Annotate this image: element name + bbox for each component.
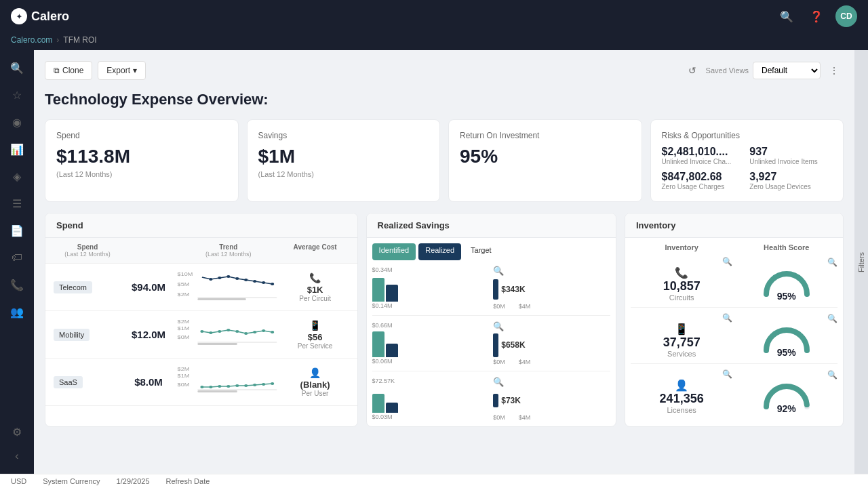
avg-sub-telecom: Per Circuit: [299, 295, 331, 302]
svg-point-10: [271, 283, 274, 285]
svg-point-31: [209, 386, 212, 388]
export-button[interactable]: Export ▾: [98, 61, 146, 80]
refresh-date-value: 1/29/2025: [117, 477, 150, 485]
savings-bars-mobility: $0.66M $0.06M: [372, 322, 490, 365]
identified-bar-telecom: [372, 278, 384, 302]
svg-text:$0M: $0M: [178, 382, 190, 388]
spend-trend-telecom: $10M $5M $2M: [176, 269, 281, 305]
risk-label-2: Zero Usage Charges: [662, 183, 745, 190]
search-nav-button[interactable]: 🔍: [776, 5, 797, 27]
realized-indicator: [425, 256, 454, 258]
breadcrumb-current: TFM ROI: [63, 35, 96, 45]
search-icon-licenses[interactable]: 🔍: [722, 369, 732, 379]
search-icon-telecom[interactable]: 🔍: [493, 266, 504, 276]
svg-point-17: [209, 331, 212, 334]
svg-point-34: [235, 384, 239, 387]
spend-table: Spend (Last 12 Months) Trend (Last 12 Mo…: [45, 238, 357, 406]
spend-amount-saas: $8.0M: [121, 376, 176, 388]
realized-savings-header: Realized Savings: [367, 214, 616, 238]
col-trend-sub: (Last 12 Months): [205, 251, 252, 258]
svg-text:$2M: $2M: [178, 319, 190, 325]
svg-point-33: [226, 385, 230, 388]
bar-top-label-saas: $72.57K: [372, 378, 490, 384]
risk-label-3: Zero Usage Devices: [749, 183, 832, 190]
svg-point-32: [218, 385, 221, 388]
page-title: Technology Expense Overview:: [45, 91, 844, 108]
svg-point-7: [244, 279, 248, 281]
sidebar-item-inventory[interactable]: ☰: [5, 191, 29, 216]
svg-point-8: [253, 280, 256, 283]
risk-item-0: $2,481,010.... Unlinked Invoice Cha...: [662, 146, 745, 165]
saas-icon: 👤: [309, 367, 321, 378]
breadcrumb-home[interactable]: Calero.com: [11, 35, 52, 45]
sidebar-item-search[interactable]: 🔍: [5, 56, 29, 80]
sidebar-item-overview[interactable]: ◉: [5, 110, 29, 134]
sidebar-item-telecom[interactable]: 📞: [5, 272, 29, 297]
search-icon-services[interactable]: 🔍: [722, 313, 732, 323]
kpi-roi-value: 95%: [460, 146, 631, 167]
col-spend-sub: (Last 12 Months): [64, 251, 111, 258]
sidebar-item-invoices[interactable]: 📄: [5, 218, 29, 243]
search-icon-health-services[interactable]: 🔍: [827, 314, 837, 323]
sidebar: 🔍 ☆ ◉ 📊 ◈ ☰ 📄 🏷 📞 👥 ⚙ ‹: [0, 50, 34, 474]
saved-views-menu-button[interactable]: ⋮: [825, 61, 844, 80]
identified-indicator: [379, 256, 410, 258]
search-icon-health-circuits[interactable]: 🔍: [827, 258, 837, 267]
realized-savings-card: Realized Savings Identified Realized: [366, 213, 616, 427]
settings-button[interactable]: ⚙: [5, 420, 29, 444]
circuits-icon: 📞: [675, 266, 688, 279]
savings-right-mobility: 🔍 $658K $0M $4M: [493, 321, 610, 365]
user-avatar[interactable]: CD: [835, 5, 857, 27]
sidebar-item-reports[interactable]: 📊: [5, 137, 29, 161]
savings-range-telecom: $0M $4M: [493, 303, 610, 310]
savings-row-telecom: $0.34M $0.14M 🔍: [372, 266, 610, 316]
svg-point-19: [226, 329, 230, 331]
bar-bottom-label-mobility: $0.06M: [372, 358, 490, 365]
col-avg-label: Average Cost: [294, 243, 337, 251]
svg-point-36: [253, 384, 256, 386]
sidebar-item-contracts[interactable]: 🏷: [5, 245, 29, 270]
savings-value-telecom: $343K: [501, 285, 525, 294]
savings-range-saas: $0M $4M: [493, 414, 610, 421]
search-icon-mobility[interactable]: 🔍: [493, 321, 504, 331]
breadcrumb-separator: ›: [56, 35, 59, 45]
help-button[interactable]: ❓: [806, 5, 827, 27]
svg-point-4: [218, 277, 221, 279]
tab-realized[interactable]: Realized: [418, 243, 461, 260]
spend-amount-mobility: $12.0M: [121, 329, 176, 340]
spend-category-telecom: Telecom: [54, 281, 121, 293]
sidebar-item-insights[interactable]: ◈: [5, 164, 29, 188]
avg-value-saas: (Blank): [300, 380, 330, 390]
inventory-row-licenses: 🔍 👤 241,356 Licenses 🔍: [631, 369, 837, 414]
risk-item-2: $847,802.68 Zero Usage Charges: [662, 171, 745, 190]
sidebar-item-users[interactable]: 👥: [5, 300, 29, 324]
logo-icon: ✦: [11, 8, 27, 24]
svg-point-20: [235, 330, 239, 333]
filter-panel[interactable]: Filters: [854, 50, 868, 474]
tab-target[interactable]: Target: [464, 243, 498, 260]
search-icon-health-licenses[interactable]: 🔍: [827, 370, 837, 380]
health-value-licenses: 92%: [777, 403, 796, 414]
table-row: SaaS $8.0M $2M $1M $0M: [45, 359, 357, 406]
clone-button[interactable]: ⧉ Clone: [45, 61, 92, 80]
svg-point-35: [244, 384, 248, 387]
kpi-savings-sub: (Last 12 Months): [258, 170, 429, 178]
category-label-telecom: Telecom: [54, 281, 92, 293]
top-navigation: ✦ Calero 🔍 ❓ CD: [0, 0, 868, 33]
main-content: ⧉ Clone Export ▾ ↺ Saved Views Default ⋮: [34, 50, 854, 474]
search-icon-saas[interactable]: 🔍: [493, 377, 504, 387]
tab-identified[interactable]: Identified: [372, 243, 416, 260]
spend-table-header: Spend (Last 12 Months) Trend (Last 12 Mo…: [45, 238, 357, 264]
saved-views-select[interactable]: Default: [753, 62, 821, 79]
svg-point-24: [271, 331, 274, 333]
refresh-button[interactable]: ↺: [683, 61, 702, 80]
kpi-card-savings: Savings $1M (Last 12 Months): [247, 119, 441, 202]
sidebar-item-favorites[interactable]: ☆: [5, 83, 29, 107]
sidebar-collapse-button[interactable]: ‹: [5, 444, 29, 468]
col-inventory-label: Inventory: [631, 243, 733, 251]
savings-value-saas: $73K: [501, 396, 521, 405]
currency-value: USD: [11, 477, 26, 485]
search-icon-circuits[interactable]: 🔍: [722, 257, 732, 266]
kpi-cards-row: Spend $113.8M (Last 12 Months) Savings $…: [45, 119, 844, 202]
bar-bottom-label-saas: $0.03M: [372, 413, 490, 420]
